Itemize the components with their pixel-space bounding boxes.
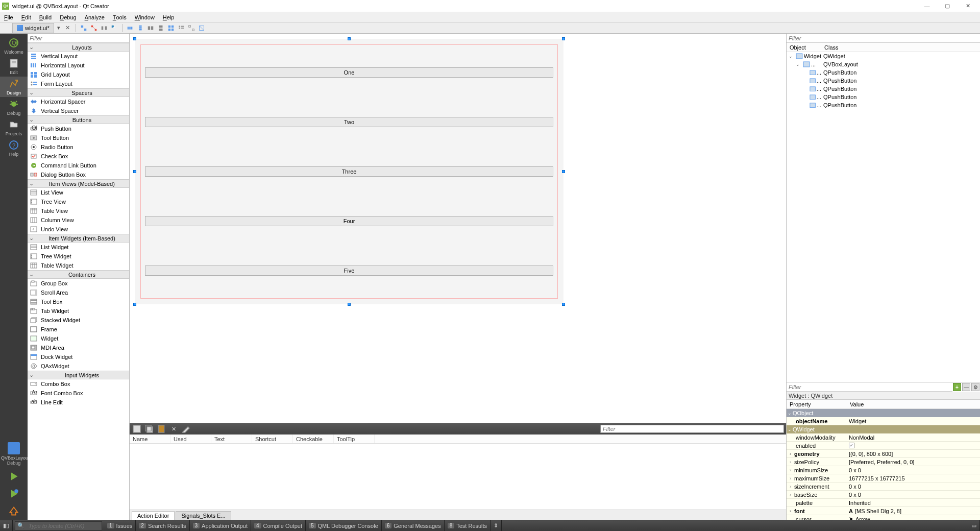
prop-geometry[interactable]: geometry[(0, 0), 800 x 600] (787, 450, 980, 458)
widget-qaxwidget[interactable]: axQAxWidget (28, 361, 129, 371)
widgetbox-filter-input[interactable] (28, 34, 129, 43)
object-row[interactable]: ...QPushButton (787, 77, 980, 85)
object-filter-input[interactable] (787, 34, 980, 43)
configure-property-button[interactable]: ⚙ (971, 383, 979, 391)
category-input-widgets[interactable]: ⌄Input Widgets (28, 371, 129, 379)
ae-tab-1[interactable]: Signals_Slots E... (176, 511, 231, 520)
menu-analyze[interactable]: Analyze (81, 12, 109, 22)
prop-objectName[interactable]: objectNameWidget (787, 417, 980, 425)
property-filter-input[interactable] (787, 382, 952, 392)
menu-help[interactable]: Help (159, 12, 179, 22)
category-containers[interactable]: ⌄Containers (28, 270, 129, 279)
locator-input[interactable] (27, 523, 102, 529)
layout-vsplit-icon[interactable] (156, 23, 165, 33)
prop-cursor[interactable]: cursor➤ Arrow (787, 515, 980, 520)
action-filter-input[interactable] (600, 425, 784, 433)
widget-tool-box[interactable]: Tool Box (28, 297, 129, 306)
category-buttons[interactable]: ⌄Buttons (28, 115, 129, 124)
widget-tool-button[interactable]: Tool Button (28, 133, 129, 142)
edit-action-icon[interactable] (181, 424, 191, 433)
layout-form-icon[interactable] (177, 23, 186, 33)
ae-col-shortcut[interactable]: Shortcut (252, 435, 293, 443)
form-button-two[interactable]: Two (145, 117, 553, 127)
widget-tree-view[interactable]: Tree View (28, 197, 129, 206)
widget-form-layout[interactable]: Form Layout (28, 79, 129, 88)
layout-hbox-icon[interactable] (126, 23, 135, 33)
widget-horizontal-spacer[interactable]: Horizontal Spacer (28, 97, 129, 106)
widget-stacked-widget[interactable]: Stacked Widget (28, 316, 129, 325)
mode-welcome[interactable]: QtWelcome (0, 36, 28, 56)
close-button[interactable]: ✕ (958, 0, 978, 12)
tab-dropdown[interactable]: ▾ (55, 23, 62, 33)
form-button-five[interactable]: Five (145, 266, 553, 276)
output-pane-search-results[interactable]: 2Search Results (136, 520, 189, 532)
form-button-one[interactable]: One (145, 67, 553, 78)
mode-projects[interactable]: Projects (0, 117, 28, 138)
form-button-four[interactable]: Four (145, 216, 553, 226)
widget-table-view[interactable]: Table View (28, 206, 129, 215)
widget-grid-layout[interactable]: Grid Layout (28, 70, 129, 79)
widget-widget[interactable]: Widget (28, 334, 129, 343)
widget-mdi-area[interactable]: MDI Area (28, 343, 129, 352)
widget-vertical-spacer[interactable]: Vertical Spacer (28, 106, 129, 115)
ae-col-tooltip[interactable]: ToolTip (334, 435, 375, 443)
object-column-header[interactable]: Object (787, 43, 821, 52)
object-row[interactable]: ...QPushButton (787, 68, 980, 77)
ae-col-text[interactable]: Text (211, 435, 252, 443)
minimize-button[interactable]: — (917, 0, 937, 12)
prop-font[interactable]: fontA [MS Shell Dlg 2, 8] (787, 507, 980, 515)
prop-maximumSize[interactable]: maximumSize16777215 x 16777215 (787, 474, 980, 482)
adjust-size-icon[interactable] (197, 23, 206, 33)
prop-minimumSize[interactable]: minimumSize0 x 0 (787, 466, 980, 474)
vbox-layout[interactable]: OneTwoThreeFourFive (141, 45, 557, 298)
output-pane-qml-debugger-console[interactable]: 5QML Debugger Console (306, 520, 382, 532)
form-button-three[interactable]: Three (145, 166, 553, 177)
widget-check-box[interactable]: Check Box (28, 152, 129, 161)
maximize-button[interactable]: ▢ (937, 0, 958, 12)
layout-vbox-icon[interactable] (136, 23, 145, 33)
category-item-widgets-item-based-[interactable]: ⌄Item Widgets (Item-Based) (28, 234, 129, 243)
output-pane-compile-output[interactable]: 4Compile Output (251, 520, 306, 532)
run-button[interactable] (0, 468, 28, 485)
widget-push-button[interactable]: OKPush Button (28, 124, 129, 133)
menu-window[interactable]: Window (131, 12, 159, 22)
ae-col-name[interactable]: Name (130, 435, 170, 443)
open-file-tab[interactable]: widget.ui* (12, 23, 54, 33)
ae-tab-0[interactable]: Action Editor (132, 511, 175, 520)
mode-design[interactable]: Design (0, 77, 28, 97)
add-property-button[interactable]: + (953, 383, 961, 391)
form-canvas[interactable]: OneTwoThreeFourFive (130, 34, 786, 423)
object-row[interactable]: ...QPushButton (787, 85, 980, 93)
edit-taborder-icon[interactable]: 1 (110, 23, 119, 33)
checkbox-icon[interactable]: ✓ (849, 443, 854, 448)
value-col-header[interactable]: Value (847, 400, 867, 408)
output-pane-issues[interactable]: 1Issues (104, 520, 136, 532)
object-row[interactable]: ⌄WidgetQWidget (787, 52, 980, 60)
menu-file[interactable]: File (0, 12, 17, 22)
widget-dock-widget[interactable]: Dock Widget (28, 352, 129, 361)
property-col-header[interactable]: Property (787, 400, 847, 408)
widget-tab-widget[interactable]: Tab Widget (28, 306, 129, 316)
mode-debug[interactable]: Debug (0, 97, 28, 117)
output-pane-general-messages[interactable]: 6General Messages (382, 520, 445, 532)
layout-grid-icon[interactable] (166, 23, 176, 33)
class-column-header[interactable]: Class (821, 43, 842, 52)
widget-undo-view[interactable]: Undo View (28, 225, 129, 234)
widget-radio-button[interactable]: Radio Button (28, 142, 129, 152)
prop-group-qobject[interactable]: ⌄ QObject (787, 409, 980, 417)
new-action-icon[interactable] (132, 424, 142, 433)
ae-col-used[interactable]: Used (170, 435, 211, 443)
widget-combo-box[interactable]: Combo Box (28, 379, 129, 389)
ae-col-checkable[interactable]: Checkable (293, 435, 334, 443)
widget-line-edit[interactable]: abLine Edit (28, 398, 129, 407)
prop-baseSize[interactable]: baseSize0 x 0 (787, 491, 980, 499)
object-row[interactable]: ...QPushButton (787, 93, 980, 101)
widget-font-combo-box[interactable]: AaFont Combo Box (28, 389, 129, 398)
widget-horizontal-layout[interactable]: Horizontal Layout (28, 61, 129, 70)
root-widget[interactable]: OneTwoThreeFourFive (135, 39, 564, 304)
delete-action-icon[interactable]: ✕ (168, 424, 179, 433)
run-debug-button[interactable] (0, 485, 28, 502)
widget-group-box[interactable]: Group Box (28, 279, 129, 288)
object-row[interactable]: ...QPushButton (787, 101, 980, 109)
menu-build[interactable]: Build (35, 12, 56, 22)
